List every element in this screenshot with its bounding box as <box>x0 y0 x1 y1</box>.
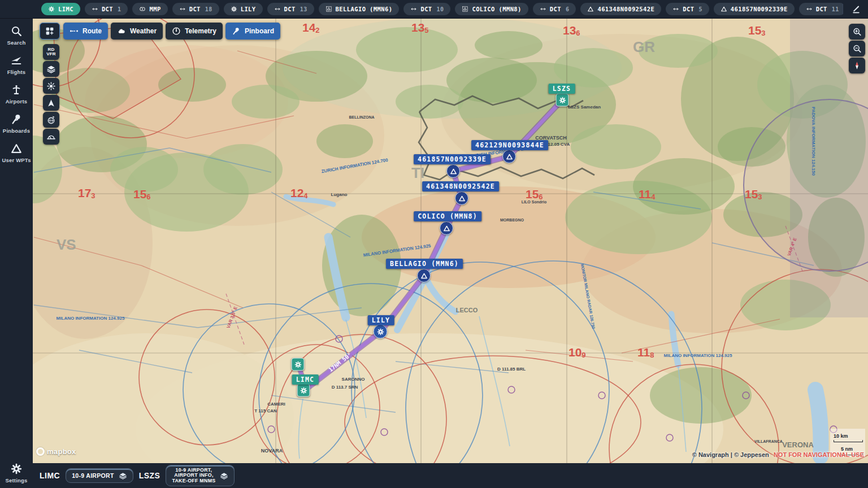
region-letter: TI <box>411 164 424 181</box>
sidebar-item-label: Search <box>7 40 26 46</box>
chart-label: VERONA <box>782 441 814 449</box>
waypoint-marker-lszs[interactable] <box>556 94 569 107</box>
brightness-button[interactable] <box>43 78 59 94</box>
waypoint-marker-mmp[interactable] <box>292 358 305 371</box>
charts-button-limc[interactable]: 10-9 AIRPORT <box>66 468 133 483</box>
sidebar-item-label: Settings <box>5 477 27 483</box>
leg-arrow-icon <box>179 6 186 12</box>
globe-button[interactable] <box>43 112 59 128</box>
layers-icon <box>46 64 56 74</box>
route-pill-461348n0092542e[interactable]: 461348N0092542E <box>580 3 661 15</box>
route-leg-pill[interactable]: DCT18 <box>172 3 219 15</box>
gear-icon <box>10 463 23 475</box>
measure-button[interactable] <box>43 129 59 145</box>
sidebar-item-search[interactable]: Search <box>0 25 33 46</box>
orientation-button[interactable] <box>43 95 59 111</box>
chart-label: NOVARA <box>261 448 283 454</box>
waypoint-label-lszs[interactable]: LSZS <box>549 84 575 94</box>
waypoint-marker-461348n0092542e[interactable] <box>455 191 468 205</box>
route-pill-bellagio-mmn6[interactable]: BELLAGIO (MMN6) <box>319 3 400 15</box>
zoom-in-icon <box>852 27 862 37</box>
route-leg-pill[interactable]: DCT1 <box>85 3 128 15</box>
zoom-out-button[interactable] <box>849 41 865 56</box>
map-tool-label: Weather <box>130 27 157 35</box>
edit-route-button[interactable] <box>851 4 868 14</box>
sidebar-item-label: Flights <box>7 69 26 75</box>
protractor-icon <box>46 132 56 142</box>
map-tool-telemetry-button[interactable]: Telemetry <box>166 23 223 40</box>
region-letter: GR <box>633 38 655 55</box>
waypoint-label-462129n0093844e[interactable]: 462129N0093844E <box>471 140 548 150</box>
waypoint-marker-lily[interactable] <box>374 325 388 339</box>
map-canvas[interactable]: VSTIGR1421351361531731561241561141531091… <box>0 0 868 488</box>
sidebar-item-airports[interactable]: Airports <box>0 84 33 104</box>
map-tool-weather-button[interactable]: Weather <box>111 23 163 40</box>
compass-button[interactable] <box>849 58 865 73</box>
sidebar-item-label: User WPTs <box>2 157 31 163</box>
pencil-icon <box>851 4 861 14</box>
airports-icon <box>10 84 23 96</box>
map-tool-route-button[interactable]: Route <box>63 23 108 40</box>
waypoint-label-461348n0092542e[interactable]: 461348N0092542E <box>422 181 499 191</box>
map-tool-label: Route <box>83 27 102 35</box>
airport-code-lszs: LSZS <box>139 471 160 480</box>
waypoint-marker-colico[interactable] <box>440 221 453 235</box>
cloud-icon <box>117 27 126 36</box>
waypoint-marker-bellagio[interactable] <box>417 269 431 282</box>
mapbox-logo[interactable]: mapbox <box>36 447 76 456</box>
map-tool-pinboard-button[interactable]: Pinboard <box>225 23 280 40</box>
gear-icon <box>376 328 384 336</box>
chart-label: CAMERI <box>267 402 285 407</box>
map-controls-left: RDVFR <box>43 44 59 145</box>
compass-icon <box>852 60 862 71</box>
sun-icon <box>46 81 56 91</box>
sidebar-item-label: Airports <box>6 98 28 104</box>
waypoint-label-461857n0092339e[interactable]: 461857N0092339E <box>414 154 491 164</box>
charts-button-lszs[interactable]: 10-9 AIRPORT,AIRPORT INFO,TAKE-OFF MNMS <box>166 465 235 487</box>
chart-label: MORBEGNO <box>500 218 524 222</box>
waypoint-marker-461857n0092339e[interactable] <box>446 164 460 178</box>
region-letter: VS <box>57 236 76 253</box>
waypoint-marker-limc[interactable] <box>297 384 310 397</box>
sidebar-item-flights[interactable]: Flights <box>0 54 33 75</box>
box-dot-icon <box>139 6 146 12</box>
chart-label: BELLINZONA <box>349 115 374 119</box>
route-pill-limc[interactable]: LIMC <box>41 3 80 15</box>
route-leg-pill[interactable]: DCT6 <box>533 3 576 15</box>
leg-arrow-icon <box>672 6 679 12</box>
waypoint-label-colico[interactable]: COLICO (MMN8) <box>414 211 481 221</box>
zoom-out-icon <box>852 43 862 54</box>
sidebar-item-settings[interactable]: Settings <box>0 463 33 483</box>
grid-plus-icon <box>45 26 55 36</box>
mapbox-label: mapbox <box>47 447 76 456</box>
gear-icon <box>300 386 307 394</box>
gear-icon <box>48 6 55 12</box>
sidebar-item-user-wpts[interactable]: User WPTs <box>0 142 33 163</box>
tri-marker-icon <box>420 272 428 280</box>
waypoint-label-limc[interactable]: LIMC <box>292 374 319 385</box>
chart-type-button[interactable]: RDVFR <box>43 44 59 60</box>
waypoint-label-lily[interactable]: LILY <box>368 315 394 325</box>
route-pill-461857n0092339e[interactable]: 461857N0092339E <box>714 3 795 15</box>
map-tool-label: Telemetry <box>185 27 216 35</box>
route-pill-lily[interactable]: LILY <box>224 3 263 15</box>
triangle-icon <box>10 142 23 155</box>
route-dots-icon <box>70 27 79 36</box>
tri-marker-icon <box>458 194 466 203</box>
waypoint-label-bellagio[interactable]: BELLAGIO (MMN6) <box>386 259 463 269</box>
route-leg-pill[interactable]: DCT11 <box>799 3 843 15</box>
layers-button[interactable] <box>43 61 59 77</box>
route-pill-colico-mmn8[interactable]: COLICO (MMN8) <box>455 3 528 15</box>
route-leg-pill[interactable]: DCT13 <box>267 3 314 15</box>
route-leg-pill[interactable]: DCT10 <box>403 3 450 15</box>
attribution-warning: NOT FOR NAVIGATIONAL USE <box>774 451 864 458</box>
route-pill-mmp[interactable]: MMP <box>132 3 167 15</box>
vrp-icon <box>462 6 468 12</box>
zoom-in-button[interactable] <box>849 24 865 40</box>
route-leg-pill[interactable]: DCT5 <box>666 3 709 15</box>
pinboard-grid-button[interactable] <box>40 23 60 40</box>
triangle-icon <box>587 6 594 12</box>
waypoint-marker-462129n0093844e[interactable] <box>502 150 516 163</box>
app-window: VSTIGR1421351361531731561241561141531091… <box>0 0 868 488</box>
sidebar-item-pinboards[interactable]: Pinboards <box>0 113 33 134</box>
